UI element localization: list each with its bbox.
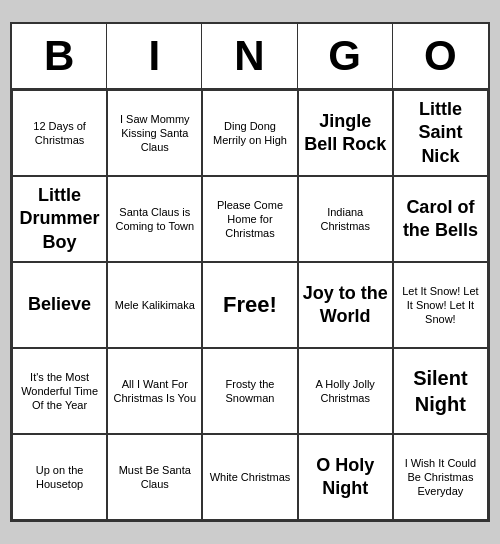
bingo-cell-r3-c4: Silent Night: [393, 348, 488, 434]
bingo-cell-r0-c3: Jingle Bell Rock: [298, 90, 393, 176]
header-letter: I: [107, 24, 202, 88]
bingo-cell-r1-c0: Little Drummer Boy: [12, 176, 107, 262]
bingo-cell-r2-c2: Free!: [202, 262, 297, 348]
bingo-cell-r4-c3: O Holy Night: [298, 434, 393, 520]
bingo-card: BINGO 12 Days of ChristmasI Saw Mommy Ki…: [10, 22, 490, 522]
bingo-cell-r4-c2: White Christmas: [202, 434, 297, 520]
bingo-cell-r1-c1: Santa Claus is Coming to Town: [107, 176, 202, 262]
header-letter: G: [298, 24, 393, 88]
bingo-cell-r1-c3: Indiana Christmas: [298, 176, 393, 262]
header-letter: N: [202, 24, 297, 88]
bingo-cell-r3-c3: A Holly Jolly Christmas: [298, 348, 393, 434]
bingo-cell-r0-c0: 12 Days of Christmas: [12, 90, 107, 176]
bingo-cell-r1-c2: Please Come Home for Christmas: [202, 176, 297, 262]
bingo-cell-r3-c0: It's the Most Wonderful Time Of the Year: [12, 348, 107, 434]
bingo-cell-r3-c1: All I Want For Christmas Is You: [107, 348, 202, 434]
header-letter: B: [12, 24, 107, 88]
bingo-cell-r1-c4: Carol of the Bells: [393, 176, 488, 262]
bingo-cell-r0-c2: Ding Dong Merrily on High: [202, 90, 297, 176]
bingo-cell-r0-c1: I Saw Mommy Kissing Santa Claus: [107, 90, 202, 176]
header-letter: O: [393, 24, 488, 88]
bingo-header: BINGO: [12, 24, 488, 90]
bingo-cell-r3-c2: Frosty the Snowman: [202, 348, 297, 434]
bingo-cell-r4-c1: Must Be Santa Claus: [107, 434, 202, 520]
bingo-grid: 12 Days of ChristmasI Saw Mommy Kissing …: [12, 90, 488, 520]
bingo-cell-r4-c4: I Wish It Could Be Christmas Everyday: [393, 434, 488, 520]
bingo-cell-r2-c4: Let It Snow! Let It Snow! Let It Snow!: [393, 262, 488, 348]
bingo-cell-r2-c1: Mele Kalikimaka: [107, 262, 202, 348]
bingo-cell-r2-c3: Joy to the World: [298, 262, 393, 348]
bingo-cell-r2-c0: Believe: [12, 262, 107, 348]
bingo-cell-r0-c4: Little Saint Nick: [393, 90, 488, 176]
bingo-cell-r4-c0: Up on the Housetop: [12, 434, 107, 520]
